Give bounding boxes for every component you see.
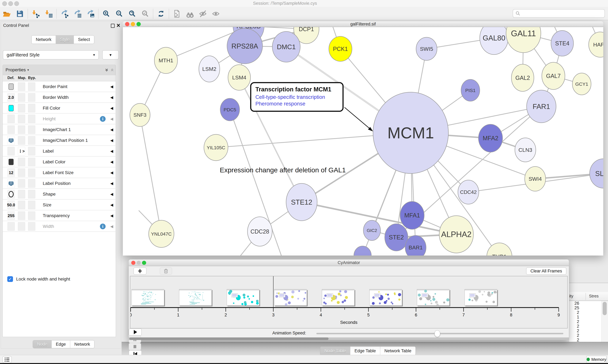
export-network-icon[interactable] (59, 9, 70, 19)
byp-cell[interactable] (28, 136, 35, 145)
style-options-button[interactable]: ▾ (102, 50, 119, 59)
byp-cell[interactable] (28, 82, 35, 91)
zoom-in-icon[interactable] (101, 9, 111, 19)
table-row[interactable]: 26 (569, 301, 601, 305)
byp-cell[interactable] (28, 179, 35, 188)
property-row[interactable]: Border Paint◀ (3, 81, 115, 92)
window-zoom-button[interactable] (142, 261, 146, 265)
byp-cell[interactable] (28, 211, 35, 220)
tab-network[interactable]: Network (70, 340, 94, 348)
expand-row-icon[interactable]: ◀ (110, 156, 113, 167)
properties-header[interactable]: Properties ▾ » » (2, 65, 116, 75)
frame-thumbnail-7[interactable] (417, 289, 450, 306)
map-cell[interactable] (18, 104, 25, 112)
info-icon[interactable]: i (100, 224, 106, 229)
frame-thumbnail-6[interactable] (369, 289, 402, 306)
import-table-icon[interactable] (43, 9, 54, 19)
network-node-pck1[interactable]: PCK1 (329, 36, 352, 61)
def-cell[interactable]: 2.0 (7, 93, 15, 102)
def-cell[interactable] (7, 222, 15, 231)
app-close-button[interactable] (2, 1, 7, 6)
network-node-ste12[interactable]: STE12 (286, 183, 317, 221)
network-canvas[interactable]: RPS28BDCP1RPS28ADMC1PCK1SWI5GAL80GAL11ST… (123, 27, 603, 256)
tab-node[interactable]: Node (33, 340, 52, 348)
property-row[interactable]: Image/Chart 1◀ (3, 124, 115, 135)
table-col-ity[interactable]: ity (569, 294, 579, 299)
def-cell[interactable] (7, 82, 15, 91)
network-node-cln3[interactable]: CLN3 (515, 138, 536, 162)
def-cell[interactable] (7, 147, 15, 156)
property-row[interactable]: 2.0Border Width◀ (3, 92, 115, 103)
network-node-gal80[interactable]: GAL80 (480, 27, 508, 54)
expand-row-icon[interactable]: ◀ (110, 146, 113, 156)
network-window-titlebar[interactable]: galFiltered.sif (123, 21, 603, 27)
app-zoom-button[interactable] (14, 1, 19, 6)
map-cell[interactable] (18, 190, 25, 198)
def-cell[interactable] (7, 115, 15, 123)
network-node-ste2[interactable]: STE2 (385, 224, 408, 251)
stop-button[interactable] (129, 343, 141, 350)
window-minimize-button[interactable] (137, 261, 141, 265)
def-cell[interactable]: 255 (7, 211, 15, 220)
property-row[interactable]: Image/Chart Position 1◀ (3, 135, 115, 146)
frame-thumbnail-2[interactable] (179, 289, 212, 306)
animation-speed-slider[interactable] (316, 330, 563, 337)
map-cell[interactable] (18, 125, 25, 134)
close-panel-icon[interactable]: × (117, 22, 120, 29)
network-node-pis1[interactable]: PIS1 (461, 79, 480, 101)
delete-frame-button[interactable] (160, 267, 172, 275)
network-node-lsm4[interactable]: LSM4 (228, 65, 250, 90)
save-session-icon[interactable] (14, 9, 25, 19)
expand-row-icon[interactable]: ◀ (110, 114, 113, 124)
annotation-link-1[interactable]: Cell-type-specific transcription (255, 94, 343, 100)
export-table-icon[interactable] (72, 9, 83, 19)
tab-edge-table[interactable]: Edge Table (350, 347, 380, 355)
network-node-ynl047c[interactable]: YNL047C (149, 220, 174, 247)
def-cell[interactable] (7, 179, 15, 188)
find-icon[interactable] (185, 9, 195, 19)
expand-row-icon[interactable]: ◀ (110, 135, 113, 146)
expand-row-icon[interactable]: ◀ (110, 221, 113, 232)
network-node-purp[interactable] (354, 246, 371, 256)
window-close-button[interactable] (131, 261, 135, 265)
frame-thumbnail-1[interactable] (132, 289, 164, 306)
network-node-slt2[interactable]: SLT2 (590, 159, 603, 188)
expand-row-icon[interactable]: ◀ (110, 92, 113, 103)
table-row[interactable]: 2 (569, 333, 601, 338)
expand-row-icon[interactable]: ◀ (110, 189, 113, 200)
byp-cell[interactable] (28, 158, 35, 166)
network-node-swi4[interactable]: SWI4 (525, 167, 546, 191)
tab-network-table[interactable]: Network Table (380, 347, 416, 355)
expand-row-icon[interactable]: ◀ (110, 124, 113, 135)
tab-style[interactable]: Style (55, 36, 74, 44)
network-node-gcy1[interactable]: GCY1 (572, 73, 591, 95)
timeline-scrollbar[interactable] (129, 338, 569, 340)
float-window-icon[interactable] (111, 24, 115, 28)
clear-all-frames-button[interactable]: Clear All Frames (526, 267, 566, 275)
network-overview-icon[interactable] (172, 9, 182, 19)
network-node-gal11[interactable]: GAL11 (506, 27, 541, 53)
map-cell[interactable] (18, 222, 25, 231)
def-cell[interactable] (7, 125, 15, 134)
app-minimize-button[interactable] (8, 1, 13, 6)
expand-row-icon[interactable]: ◀ (110, 200, 113, 210)
frame-thumbnail-8[interactable] (465, 289, 497, 306)
window-zoom-button[interactable] (137, 22, 141, 26)
network-node-snf3[interactable]: SNF3 (130, 104, 150, 127)
map-cell[interactable] (18, 93, 25, 102)
map-cell[interactable] (18, 115, 25, 123)
tab-edge[interactable]: Edge (52, 340, 70, 348)
lock-size-checkbox[interactable]: ✓ (7, 276, 13, 282)
search-input[interactable] (521, 11, 605, 16)
zoom-selected-icon[interactable] (140, 9, 151, 19)
property-row[interactable]: 12Label Font Size◀ (3, 167, 115, 178)
annotation-link-2[interactable]: Pheromone response (255, 101, 343, 107)
network-node-bar1[interactable]: BAR1 (405, 235, 426, 256)
network-node-alpha2[interactable]: ALPHA2 (439, 216, 473, 253)
def-cell[interactable]: 12 (7, 169, 15, 177)
network-node-mcm1[interactable]: MCM1 (373, 92, 448, 173)
table-row[interactable]: 2 (569, 319, 601, 324)
network-node-gal7[interactable]: GAL7 (542, 62, 565, 90)
property-row[interactable]: Widthi◀ (3, 221, 115, 232)
map-cell[interactable] (18, 201, 25, 209)
